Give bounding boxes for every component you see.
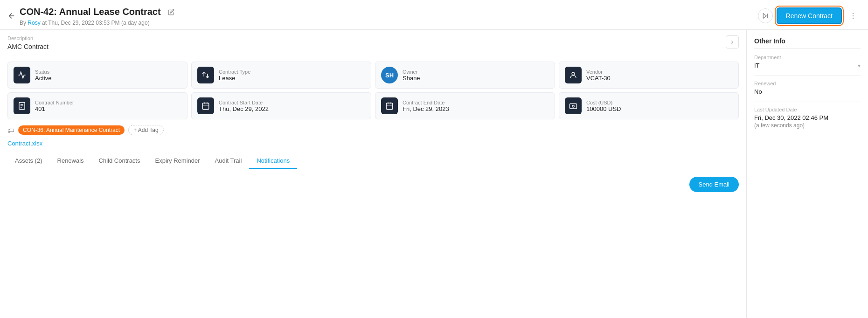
- status-value: Active: [35, 75, 51, 82]
- tag-badge[interactable]: CON-36: Annual Maintenance Contract: [18, 125, 125, 135]
- tab-renewals[interactable]: Renewals: [50, 153, 91, 169]
- tab-notifications[interactable]: Notifications: [249, 153, 297, 169]
- contract-number-field: Contract Number 401: [7, 92, 187, 119]
- vendor-value: VCAT-30: [586, 75, 611, 82]
- main-content: Description AMC Contract › Status Active: [0, 30, 868, 318]
- status-field: Status Active: [7, 62, 187, 89]
- subtitle: By Rosy at Thu, Dec 29, 2022 03:53 PM (a…: [20, 20, 178, 26]
- start-date-label: Contract Start Date: [219, 100, 269, 105]
- contract-type-label: Contract Type: [219, 69, 250, 75]
- tab-expiry-reminder[interactable]: Expiry Reminder: [147, 153, 207, 169]
- end-date-icon: [381, 97, 398, 114]
- vendor-icon: [565, 67, 582, 83]
- svg-point-4: [853, 18, 854, 19]
- edit-button[interactable]: [165, 6, 178, 19]
- description-value: AMC Contract: [7, 43, 49, 50]
- title-block: CON-42: Annual Lease Contract By Rosy at…: [20, 6, 178, 26]
- renew-contract-button[interactable]: Renew Contract: [777, 7, 842, 24]
- last-updated-label: Last Updated Date: [754, 107, 861, 112]
- header-left: CON-42: Annual Lease Contract By Rosy at…: [7, 6, 178, 26]
- department-dropdown-icon[interactable]: ▾: [858, 62, 861, 69]
- tab-audit-trail[interactable]: Audit Trail: [208, 153, 250, 169]
- contract-type-icon: [197, 67, 214, 83]
- contract-number-value: 401: [35, 105, 74, 112]
- subtitle-user-link[interactable]: Rosy: [28, 20, 40, 26]
- owner-avatar: SH: [381, 67, 398, 83]
- skip-button[interactable]: [758, 8, 773, 23]
- cost-field: Cost (USD) 100000 USD: [559, 92, 739, 119]
- tab-child-contracts[interactable]: Child Contracts: [91, 153, 148, 169]
- file-link[interactable]: Contract.xlsx: [7, 140, 739, 147]
- more-options-button[interactable]: [846, 8, 861, 23]
- owner-label: Owner: [403, 69, 420, 75]
- start-date-value: Thu, Dec 29, 2022: [219, 105, 269, 112]
- contract-type-field: Contract Type Lease: [191, 62, 371, 89]
- renewed-field: Renewed No: [754, 81, 861, 95]
- send-email-button[interactable]: Send Email: [689, 177, 739, 192]
- department-value: IT: [754, 62, 760, 69]
- right-panel: Other Info Department IT ▾ Renewed No La…: [747, 30, 868, 318]
- vendor-field: Vendor VCAT-30: [559, 62, 739, 89]
- tab-assets[interactable]: Assets (2): [7, 153, 50, 169]
- header-right: Renew Contract: [758, 7, 861, 24]
- vendor-label: Vendor: [586, 69, 611, 75]
- tags-row: 🏷 CON-36: Annual Maintenance Contract + …: [7, 125, 739, 135]
- svg-rect-18: [570, 104, 577, 109]
- last-updated-field: Last Updated Date Fri, Dec 30, 2022 02:4…: [754, 107, 861, 129]
- department-label: Department: [754, 55, 861, 60]
- renewed-value: No: [754, 88, 861, 95]
- contract-number-label: Contract Number: [35, 100, 74, 105]
- status-label: Status: [35, 69, 51, 75]
- svg-point-2: [853, 13, 854, 14]
- expand-button[interactable]: ›: [726, 35, 739, 48]
- start-date-field: Contract Start Date Thu, Dec 29, 2022: [191, 92, 371, 119]
- cost-value: 100000 USD: [586, 105, 621, 112]
- end-date-label: Contract End Date: [403, 100, 449, 105]
- owner-value: Shane: [403, 75, 420, 82]
- cost-label: Cost (USD): [586, 100, 621, 105]
- left-panel: Description AMC Contract › Status Active: [0, 30, 747, 318]
- tag-icon: 🏷: [7, 126, 14, 134]
- fields-grid: Status Active Contract Type Lease: [7, 62, 739, 119]
- end-date-field: Contract End Date Fri, Dec 29, 2023: [375, 92, 555, 119]
- contract-type-value: Lease: [219, 75, 250, 82]
- renewed-label: Renewed: [754, 81, 861, 86]
- contract-number-icon: [14, 97, 30, 114]
- cost-icon: [565, 97, 582, 114]
- divider-1: [754, 76, 861, 76]
- back-button[interactable]: [7, 12, 16, 20]
- department-field: Department IT ▾: [754, 55, 861, 69]
- add-tag-button[interactable]: + Add Tag: [128, 125, 164, 135]
- divider-2: [754, 102, 861, 102]
- end-date-value: Fri, Dec 29, 2023: [403, 105, 449, 112]
- start-date-icon: [197, 97, 214, 114]
- svg-rect-14: [386, 103, 393, 110]
- description-block: Description AMC Contract: [7, 35, 49, 56]
- svg-point-3: [853, 15, 854, 16]
- svg-marker-0: [763, 13, 766, 18]
- owner-field: SH Owner Shane: [375, 62, 555, 89]
- tabs: Assets (2) Renewals Child Contracts Expi…: [7, 153, 739, 169]
- svg-rect-10: [202, 103, 209, 110]
- svg-point-19: [572, 105, 575, 108]
- status-icon: [14, 67, 30, 83]
- svg-point-5: [572, 72, 575, 75]
- right-panel-title: Other Info: [754, 37, 861, 49]
- header: CON-42: Annual Lease Contract By Rosy at…: [0, 0, 868, 30]
- tab-content-notifications: Send Email: [7, 169, 739, 200]
- last-updated-relative: (a few seconds ago): [754, 122, 861, 129]
- description-label: Description: [7, 35, 49, 41]
- page-title: CON-42: Annual Lease Contract: [20, 7, 161, 17]
- last-updated-value: Fri, Dec 30, 2022 02:46 PM: [754, 114, 861, 121]
